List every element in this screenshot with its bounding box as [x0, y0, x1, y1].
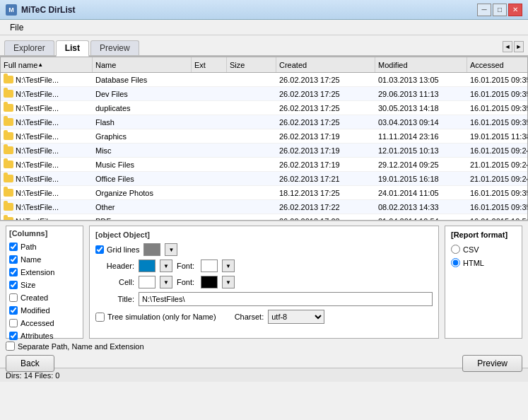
tab-navigation: ◄ ► [503, 41, 524, 52]
title-field-label: Title: [95, 295, 134, 303]
report-format-panel: [Report format] CSV HTML [445, 226, 522, 339]
cell-ext [192, 172, 227, 185]
charset-select[interactable]: utf-8 iso-8859-1 windows-1252 [268, 310, 324, 324]
col-header-name[interactable]: Name [93, 57, 192, 72]
col-checkbox-extension[interactable] [9, 268, 18, 276]
col-header-size[interactable]: Size [227, 57, 276, 72]
tree-simulation-checkbox[interactable] [95, 313, 105, 322]
gridlines-checkbox[interactable] [95, 245, 104, 254]
tab-explorer[interactable]: Explorer [4, 40, 54, 55]
gridlines-color-box [143, 243, 160, 256]
col-header-fullname[interactable]: Full name [1, 57, 93, 72]
tab-preview[interactable]: Preview [90, 40, 139, 55]
folder-icon [4, 175, 13, 182]
header-color-box [139, 259, 156, 272]
cell-size [227, 101, 276, 115]
cell-fullname: N:\TestFile... [1, 200, 93, 214]
cell-accessed: 16.01.2015 09:35 [467, 115, 527, 129]
col-checkbox-name[interactable] [9, 255, 18, 264]
file-list-body[interactable]: N:\TestFile... Database Files 26.02.2013… [1, 73, 527, 220]
cell-created: 26.02.2013 17:22 [276, 200, 375, 214]
columns-checkbox-row: Attributes [9, 329, 80, 342]
col-checkbox-label: Accessed [20, 319, 54, 327]
columns-checkbox-row: Name [9, 253, 80, 266]
folder-icon [4, 189, 13, 197]
table-row[interactable]: N:\TestFile... Music Files 26.02.2013 17… [1, 158, 527, 172]
status-text: Dirs: 14 Files: 0 [6, 371, 59, 380]
col-checkbox-path[interactable] [9, 243, 18, 251]
col-header-created[interactable]: Created [276, 57, 375, 72]
app-title: MiTeC DirList [21, 5, 75, 15]
folder-icon [4, 132, 13, 140]
cell-created: 18.12.2013 17:25 [276, 186, 375, 199]
col-checkbox-attributes[interactable] [9, 332, 18, 340]
cell-name: Flash [93, 115, 192, 129]
preview-button[interactable]: Preview [462, 355, 522, 372]
tab-nav-left[interactable]: ◄ [503, 41, 512, 52]
cell-modified: 21.04.2014 10:54 [375, 214, 467, 220]
cell-created: 26.02.2013 17:23 [276, 214, 375, 220]
title-bar-controls: ─ □ ✕ [477, 4, 522, 16]
col-checkbox-modified[interactable] [9, 306, 18, 315]
table-row[interactable]: N:\TestFile... Other 26.02.2013 17:22 08… [1, 200, 527, 214]
col-checkbox-size[interactable] [9, 281, 18, 289]
header-font-dropdown[interactable]: ▼ [222, 259, 235, 272]
html-radio[interactable] [451, 258, 460, 267]
cell-ext [192, 101, 227, 115]
cell-fullname: N:\TestFile... [1, 172, 93, 185]
cell-fullname: N:\TestFile... [1, 144, 93, 157]
maximize-button[interactable]: □ [493, 4, 507, 16]
cell-size [227, 144, 276, 157]
table-row[interactable]: N:\TestFile... Dev Files 26.02.2013 17:2… [1, 87, 527, 101]
tree-simulation-row: Tree simulation (only for Name) [95, 313, 216, 322]
table-row[interactable]: N:\TestFile... Misc 26.02.2013 17:19 12.… [1, 144, 527, 158]
cell-name: Office Files [93, 172, 192, 185]
cell-name: Other [93, 200, 192, 214]
col-checkbox-label: Size [20, 281, 35, 289]
col-header-accessed[interactable]: Accessed [467, 57, 528, 72]
title-field-input[interactable] [139, 292, 433, 306]
col-header-modified[interactable]: Modified [375, 57, 467, 72]
csv-radio[interactable] [451, 245, 460, 254]
tab-nav-right[interactable]: ► [514, 41, 524, 52]
cell-accessed: 16.01.2015 09:35 [467, 200, 527, 214]
col-checkbox-label: Attributes [20, 332, 53, 340]
cell-font-color-box [201, 276, 218, 288]
menu-bar: File [0, 20, 528, 35]
cell-color-dropdown[interactable]: ▼ [160, 276, 172, 288]
separate-path-checkbox[interactable] [6, 342, 15, 351]
cell-name: Organize Photos [93, 186, 192, 199]
col-checkbox-label: Modified [20, 306, 50, 315]
close-button[interactable]: ✕ [508, 4, 522, 16]
table-row[interactable]: N:\TestFile... Office Files 26.02.2013 1… [1, 172, 527, 186]
table-row[interactable]: N:\TestFile... Organize Photos 18.12.201… [1, 186, 527, 200]
tab-list[interactable]: List [56, 40, 89, 57]
cell-size [227, 186, 276, 199]
table-row[interactable]: N:\TestFile... Graphics 26.02.2013 17:19… [1, 129, 527, 144]
header-color-dropdown[interactable]: ▼ [160, 259, 172, 272]
col-checkbox-accessed[interactable] [9, 319, 18, 327]
cell-created: 26.02.2013 17:25 [276, 101, 375, 115]
header-label: Header: [95, 262, 134, 270]
minimize-button[interactable]: ─ [477, 4, 491, 16]
bottom-panel: [Columns] Path Name Extension Size Creat… [0, 221, 528, 368]
cell-ext [192, 200, 227, 214]
menu-file[interactable]: File [4, 21, 29, 34]
cell-ext [192, 214, 227, 220]
gridlines-color-dropdown[interactable]: ▼ [165, 243, 177, 256]
table-row[interactable]: N:\TestFile... duplicates 26.02.2013 17:… [1, 101, 527, 115]
table-row[interactable]: N:\TestFile... PDF 26.02.2013 17:23 21.0… [1, 214, 527, 220]
col-header-ext[interactable]: Ext [192, 57, 227, 72]
app-icon: M [6, 4, 17, 16]
table-row[interactable]: N:\TestFile... Database Files 26.02.2013… [1, 73, 527, 87]
cell-accessed: 19.01.2015 11:38 [467, 129, 527, 143]
columns-checkbox-row: Extension [9, 266, 80, 279]
cell-fullname: N:\TestFile... [1, 87, 93, 100]
back-button[interactable]: Back [6, 355, 54, 372]
cell-ext [192, 87, 227, 100]
cell-font-dropdown[interactable]: ▼ [222, 276, 235, 288]
table-row[interactable]: N:\TestFile... Flash 26.02.2013 17:25 03… [1, 115, 527, 129]
col-checkbox-created[interactable] [9, 293, 18, 302]
header-font-label: Font: [177, 262, 196, 270]
cell-size [227, 158, 276, 171]
